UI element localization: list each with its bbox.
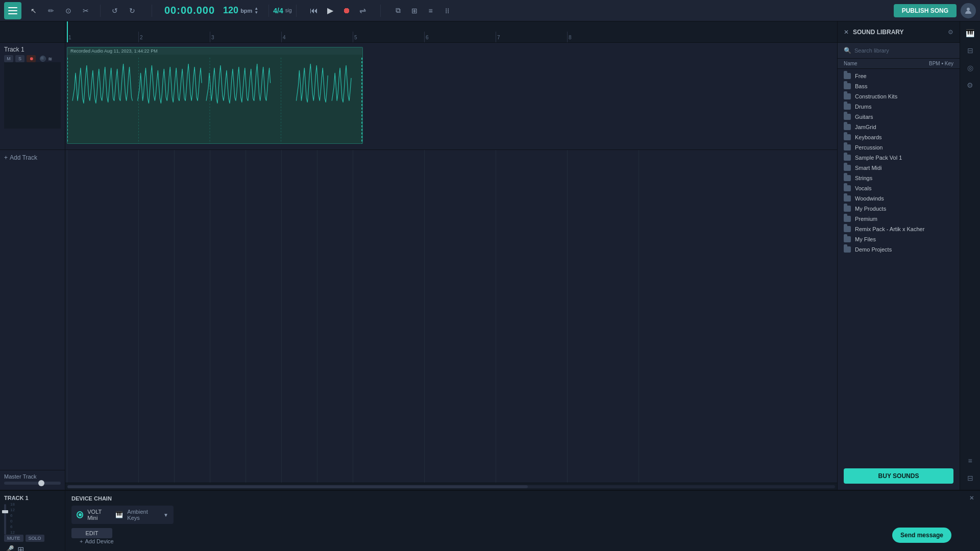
master-track: Master Track xyxy=(0,470,65,490)
library-item-label: My Files xyxy=(855,236,876,242)
library-item[interactable]: Remix Pack - Artik x Kacher xyxy=(838,224,960,234)
mixer-btn[interactable]: ⊟ xyxy=(963,43,978,58)
device-dropdown-arrow[interactable]: ▼ xyxy=(163,512,168,518)
library-item[interactable]: My Files xyxy=(838,234,960,244)
device-name: VOLT Mini xyxy=(87,509,111,521)
ruler-line-4 xyxy=(281,32,282,42)
library-item[interactable]: Vocals xyxy=(838,183,960,193)
folder-icon xyxy=(844,134,851,140)
menu-button[interactable] xyxy=(4,2,21,19)
skip-back-btn[interactable]: ⏮ xyxy=(307,4,321,18)
undo-btn[interactable]: ↺ xyxy=(108,4,122,18)
device-power-btn[interactable] xyxy=(77,511,83,518)
library-item[interactable]: Keyboards xyxy=(838,132,960,142)
library-settings-icon[interactable]: ⚙ xyxy=(948,29,953,36)
library-item-label: Vocals xyxy=(855,185,871,191)
library-item-label: Demo Projects xyxy=(855,246,892,253)
device-plugin-icon: 🎹 xyxy=(115,511,123,518)
divider-2 xyxy=(152,5,152,17)
bottom-area: TRACK 1 24181260 612 MUTE SOLO 🎤 ⊞ DEVIC… xyxy=(0,490,980,551)
send-message-btn[interactable]: Send message xyxy=(892,528,951,543)
plugin-group-btn[interactable]: ⁞⁞ xyxy=(440,4,454,18)
bpm-arrows[interactable]: ▲▼ xyxy=(254,7,258,15)
library-item[interactable]: Construction Kits xyxy=(838,91,960,102)
record-arm-btn[interactable]: ⏺ xyxy=(27,55,36,62)
piano-roll-btn[interactable]: 🎹 xyxy=(963,26,978,41)
col-bpm-key-header: BPM • Key xyxy=(929,61,953,66)
volume-fader-thumb[interactable] xyxy=(2,510,8,513)
device-chain-header: DEVICE CHAIN ✕ xyxy=(71,495,974,502)
library-item[interactable]: Bass xyxy=(838,81,960,91)
note-snap-btn[interactable]: ⊞ xyxy=(407,4,422,18)
library-item-label: Keyboards xyxy=(855,134,882,140)
folder-icon xyxy=(844,104,851,110)
play-btn[interactable]: ▶ xyxy=(323,4,337,18)
redo-btn[interactable]: ↻ xyxy=(125,4,139,18)
user-avatar[interactable] xyxy=(961,3,976,18)
bottom-mute-btn[interactable]: MUTE xyxy=(4,535,23,542)
add-icon: + xyxy=(4,154,8,161)
cut-tool[interactable]: ✂ xyxy=(79,4,93,18)
loop-btn[interactable]: ⇌ xyxy=(356,4,370,18)
library-item-label: Remix Pack - Artik x Kacher xyxy=(855,226,924,232)
device-chain-title: DEVICE CHAIN xyxy=(71,495,112,502)
pencil-tool[interactable]: ✏ xyxy=(44,4,58,18)
effects-btn[interactable]: ◎ xyxy=(963,60,978,76)
add-device-btn[interactable]: + Add Device xyxy=(80,538,114,544)
folder-icon xyxy=(844,93,851,99)
buy-sounds-button[interactable]: BUY SOUNDS xyxy=(844,468,953,484)
bottom-panel-btn-1[interactable]: ≡ xyxy=(963,453,978,468)
bottom-solo-btn[interactable]: SOLO xyxy=(26,535,44,542)
align-btn[interactable]: ≡ xyxy=(424,4,438,18)
library-item-label: Percussion xyxy=(855,144,883,151)
library-item[interactable]: Demo Projects xyxy=(838,244,960,255)
folder-icon xyxy=(844,216,851,222)
mute-btn[interactable]: M xyxy=(4,55,13,62)
library-item[interactable]: Guitars xyxy=(838,112,960,122)
library-item[interactable]: Woodwinds xyxy=(838,193,960,204)
settings-panel-btn[interactable]: ⚙ xyxy=(963,78,978,93)
volume-knob[interactable] xyxy=(40,56,46,62)
folder-icon xyxy=(844,73,851,79)
add-track-label: Add Track xyxy=(10,154,37,161)
bpm-value: 120 xyxy=(223,5,238,16)
mic-icon[interactable]: 🎤 xyxy=(4,545,14,551)
device-chain-close-btn[interactable]: ✕ xyxy=(969,495,974,502)
library-item[interactable]: Drums xyxy=(838,102,960,112)
publish-button[interactable]: PUBLISH SONG xyxy=(894,4,957,17)
device-item: VOLT Mini 🎹 Ambient Keys ▼ xyxy=(71,506,174,524)
library-item[interactable]: JamGrid xyxy=(838,122,960,132)
solo-btn[interactable]: S xyxy=(15,55,24,62)
power-indicator xyxy=(79,513,82,516)
h-scrollbar[interactable] xyxy=(65,483,837,490)
library-item[interactable]: Free xyxy=(838,71,960,81)
folder-icon xyxy=(844,185,851,191)
library-item[interactable]: Strings xyxy=(838,173,960,183)
library-item[interactable]: Smart Midi xyxy=(838,163,960,173)
snap-btn[interactable]: ⧉ xyxy=(391,4,405,18)
master-fader[interactable] xyxy=(4,482,61,485)
audio-clip[interactable]: Recorded Audio Aug 11, 2023, 1:44:22 PM xyxy=(67,47,363,144)
library-item[interactable]: My Products xyxy=(838,204,960,214)
search-input[interactable] xyxy=(854,47,953,54)
master-fader-thumb[interactable] xyxy=(38,480,44,486)
master-track-name: Master Track xyxy=(4,473,61,480)
library-item[interactable]: Percussion xyxy=(838,142,960,153)
volume-fader[interactable] xyxy=(4,504,6,535)
transport-bpm[interactable]: 120 bpm ▲▼ xyxy=(223,5,258,16)
close-x-icon[interactable]: ✕ xyxy=(844,29,849,36)
clip-label: Recorded Audio Aug 11, 2023, 1:44:22 PM xyxy=(67,47,362,55)
device-edit-btn[interactable]: EDIT xyxy=(71,528,112,538)
record-btn[interactable]: ⏺ xyxy=(339,4,354,18)
clock-tool[interactable]: ⊙ xyxy=(61,4,76,18)
track-list: Track 1 M S ⏺ ≋ + Add Track Master Track xyxy=(0,21,65,490)
ruler-mark-1: 1 xyxy=(68,35,71,40)
bottom-panel-btn-2[interactable]: ⊟ xyxy=(963,470,978,486)
svg-point-0 xyxy=(967,8,970,11)
folder-icon xyxy=(844,155,851,161)
select-tool[interactable]: ↖ xyxy=(27,4,41,18)
library-item[interactable]: Premium xyxy=(838,214,960,224)
eq-icon[interactable]: ⊞ xyxy=(17,545,24,551)
add-track-btn[interactable]: + Add Track xyxy=(0,150,65,165)
library-item[interactable]: Sample Pack Vol 1 xyxy=(838,153,960,163)
